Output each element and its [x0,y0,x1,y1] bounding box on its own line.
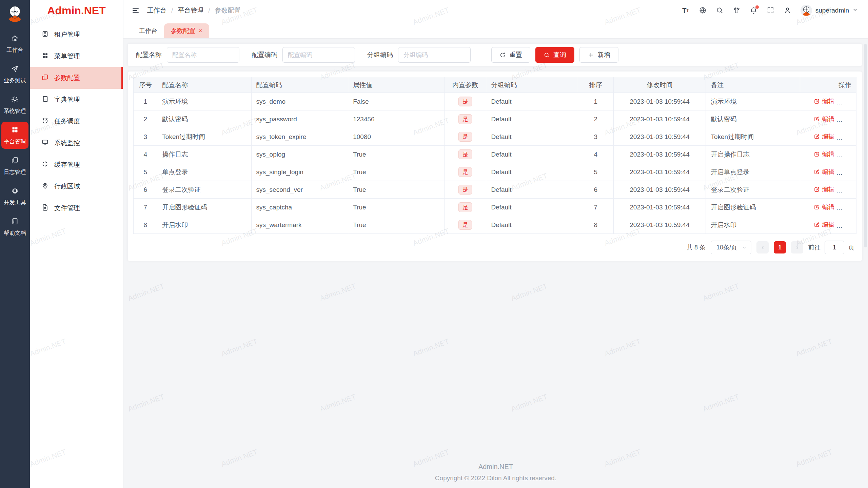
sidebar-item-label: 租户管理 [54,30,80,39]
prev-page-button[interactable] [756,241,769,253]
sidebar-item-file-mgmt[interactable]: 文件管理 [30,197,123,219]
filter-card: 配置名称 配置编码 分组编码 重置 [127,43,862,66]
app-logo[interactable] [5,4,25,24]
breadcrumb-item[interactable]: 工作台 [147,6,166,15]
reset-button[interactable]: 重置 [491,47,530,63]
cell-sort: 8 [578,216,613,234]
sidebar-item-label: 缓存管理 [54,160,80,169]
edit-button[interactable]: 编辑 [814,97,834,105]
delete-button[interactable]: 删除 [845,168,856,176]
sidebar-item-cache[interactable]: 缓存管理 [30,154,123,176]
tab-close-icon[interactable]: × [199,28,202,34]
bell-icon[interactable] [750,6,757,14]
group-code-input[interactable] [398,47,471,63]
font-size-icon[interactable]: TT [682,6,690,14]
scrollbar-thumb[interactable] [864,44,867,247]
col-name: 配置名称 [157,77,251,93]
sidebar-item-config[interactable]: 参数配置 [30,67,123,89]
goto-page-input[interactable] [825,241,844,254]
fullscreen-icon[interactable] [767,6,774,14]
delete-button[interactable]: 删除 [845,115,856,123]
rail-item-dev-tools[interactable]: 开发工具 [1,183,28,210]
edit-button[interactable]: 编辑 [814,115,834,123]
page-size-select[interactable]: 10条/页 [711,241,751,254]
cell-value: 123456 [348,110,445,128]
tab-label: 工作台 [139,27,157,35]
edit-icon [814,134,820,140]
next-page-button[interactable] [791,241,803,253]
config-icon [41,74,49,83]
edit-button[interactable]: 编辑 [814,203,834,211]
sidebar-item-region[interactable]: 行政区域 [30,176,123,197]
edit-button[interactable]: 编辑 [814,221,834,229]
edit-button[interactable]: 编辑 [814,185,834,194]
cell-remark: 开启操作日志 [706,146,800,163]
tab-workbench[interactable]: 工作台 [132,23,164,38]
cell-time: 2023-01-03 10:59:44 [613,181,706,199]
collapse-menu-icon[interactable] [132,6,140,15]
chevron-down-icon [742,245,747,250]
tab-bar: 工作台 参数配置 × [123,21,868,39]
rail-item-system-mgmt[interactable]: 系统管理 [1,91,28,118]
rail-item-business-test[interactable]: 业务测试 [1,61,28,88]
config-code-input[interactable] [282,47,355,63]
theme-icon[interactable] [733,6,741,14]
send-icon [11,65,19,74]
brand-logo-text[interactable]: Admin.NET [30,0,123,21]
sidebar-item-task-schedule[interactable]: 任务调度 [30,110,123,132]
edit-button[interactable]: 编辑 [814,133,834,141]
cell-name: 操作日志 [157,146,251,163]
sidebar-item-system-monitor[interactable]: 系统监控 [30,132,123,154]
trash-icon [845,116,851,122]
tab-label: 参数配置 [171,27,195,35]
sidebar-item-dict[interactable]: 字典管理 [30,89,123,110]
cell-value: True [348,146,445,163]
rail-item-workbench[interactable]: 工作台 [1,30,28,57]
search-icon[interactable] [716,6,724,14]
add-button[interactable]: 新增 [579,47,618,63]
config-code-label: 配置编码 [252,50,277,59]
delete-button[interactable]: 删除 [845,203,856,211]
user-menu[interactable]: superadmin [801,5,858,16]
sidebar-item-menu-mgmt[interactable]: 菜单管理 [30,45,123,67]
filter-field-name: 配置名称 [136,47,239,63]
page-size-value: 10条/页 [716,243,737,251]
filter-buttons: 重置 查询 新增 [486,47,618,63]
col-seq: 序号 [134,77,157,93]
delete-button[interactable]: 删除 [845,97,856,105]
tab-config[interactable]: 参数配置 × [164,23,209,38]
builtin-badge: 是 [458,202,472,212]
page-footer: Admin.NET Copyright © 2022 Dilon All rig… [123,463,868,482]
cell-code: sys_single_login [251,163,348,181]
rail-item-platform-mgmt[interactable]: 平台管理 [1,122,28,149]
sidebar-item-tenant[interactable]: 租户管理 [30,24,123,45]
language-icon[interactable] [699,6,707,14]
cell-group: Default [486,128,578,146]
cell-sort: 7 [578,199,613,216]
cell-name: 登录二次验证 [157,181,251,199]
delete-button[interactable]: 删除 [845,133,856,141]
sidebar-item-label: 菜单管理 [54,52,80,61]
rail-item-help-docs[interactable]: 帮助文档 [1,213,28,240]
config-name-input[interactable] [167,47,239,63]
person-icon[interactable] [784,6,791,14]
cell-value: True [348,199,445,216]
breadcrumb-item[interactable]: 平台管理 [178,6,203,15]
cell-builtin: 是 [444,163,486,181]
cell-seq: 1 [134,93,157,110]
cell-remark: 登录二次验证 [706,181,800,199]
delete-button[interactable]: 删除 [845,150,856,158]
delete-label: 删除 [853,150,856,158]
delete-button[interactable]: 删除 [845,221,856,229]
rail-item-label: 平台管理 [4,138,26,145]
builtin-badge: 是 [458,149,472,159]
delete-button[interactable]: 删除 [845,185,856,194]
edit-button[interactable]: 编辑 [814,150,834,158]
trash-icon [845,186,851,192]
cell-remark: 默认密码 [706,110,800,128]
rail-item-log-mgmt[interactable]: 日志管理 [1,152,28,179]
edit-button[interactable]: 编辑 [814,168,834,176]
page-number-1[interactable]: 1 [774,241,786,253]
search-button[interactable]: 查询 [535,47,574,63]
app-root: 工作台 业务测试 系统管理 平台管理 日志管理 开发工具 帮助文档 Admin.… [0,0,868,488]
